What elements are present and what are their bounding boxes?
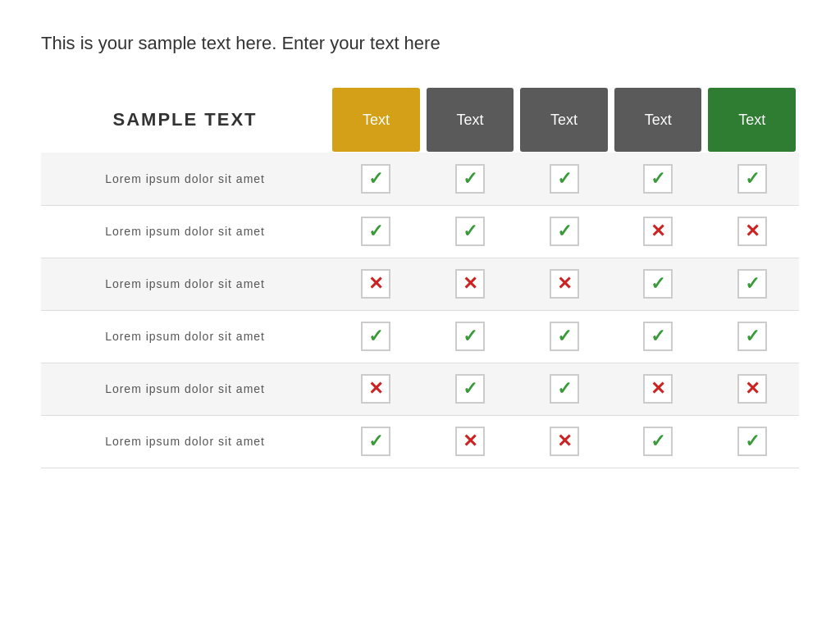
check-icon: ✓ [550, 217, 579, 246]
check-icon: ✓ [361, 164, 390, 194]
check-icon: ✓ [361, 217, 390, 246]
col-header-5: Text [705, 87, 799, 153]
comparison-table: SAMPLE TEXT Text Text Text Text [41, 87, 799, 468]
check-icon: ✓ [737, 322, 767, 351]
cell-r2-c4: ✓ [705, 258, 799, 310]
col-header-box-3: Text [520, 88, 608, 152]
table-body: Lorem ipsum dolor sit amet✓✓✓✓✓Lorem ips… [41, 153, 799, 468]
check-icon: ✓ [643, 322, 673, 351]
check-icon: ✓ [455, 164, 485, 194]
cross-icon: ✕ [361, 269, 390, 299]
check-icon: ✓ [643, 269, 673, 299]
check-icon: ✓ [361, 322, 390, 351]
col-header-2: Text [423, 87, 518, 153]
cross-icon: ✕ [737, 217, 767, 246]
sample-text-title: SAMPLE TEXT [113, 109, 258, 130]
table-header-row: SAMPLE TEXT Text Text Text Text [41, 87, 799, 153]
cell-r2-c0: ✕ [329, 258, 423, 310]
cross-icon: ✕ [455, 427, 485, 456]
check-icon: ✓ [361, 427, 390, 456]
row-label-5: Lorem ipsum dolor sit amet [41, 415, 329, 468]
cell-r2-c2: ✕ [517, 258, 611, 310]
cross-icon: ✕ [643, 374, 673, 404]
row-label-3: Lorem ipsum dolor sit amet [41, 310, 329, 363]
check-icon: ✓ [643, 164, 673, 194]
cell-r5-c0: ✓ [329, 415, 423, 468]
check-icon: ✓ [737, 164, 767, 194]
headline: This is your sample text here. Enter you… [41, 33, 799, 54]
cross-icon: ✕ [550, 269, 579, 299]
cell-r4-c4: ✕ [705, 363, 799, 415]
check-icon: ✓ [455, 374, 485, 404]
cell-r0-c3: ✓ [611, 153, 705, 205]
col-header-box-2: Text [427, 88, 514, 152]
cell-r4-c0: ✕ [329, 363, 423, 415]
check-icon: ✓ [737, 269, 767, 299]
row-label-4: Lorem ipsum dolor sit amet [41, 363, 329, 415]
table-row: Lorem ipsum dolor sit amet✕✓✓✕✕ [41, 363, 799, 415]
table-header-label: SAMPLE TEXT [41, 87, 329, 153]
cell-r1-c0: ✓ [329, 205, 423, 258]
row-label-1: Lorem ipsum dolor sit amet [41, 205, 329, 258]
cross-icon: ✕ [361, 374, 390, 404]
col-header-3: Text [517, 87, 611, 153]
cell-r3-c0: ✓ [329, 310, 423, 363]
cross-icon: ✕ [737, 374, 767, 404]
cell-r1-c1: ✓ [423, 205, 518, 258]
cell-r4-c1: ✓ [423, 363, 518, 415]
cell-r1-c3: ✕ [611, 205, 705, 258]
cell-r5-c1: ✕ [423, 415, 518, 468]
table-row: Lorem ipsum dolor sit amet✓✓✓✓✓ [41, 153, 799, 205]
check-icon: ✓ [737, 427, 767, 456]
check-icon: ✓ [643, 427, 673, 456]
col-header-4: Text [611, 87, 705, 153]
cell-r2-c3: ✓ [611, 258, 705, 310]
row-label-0: Lorem ipsum dolor sit amet [41, 153, 329, 205]
table-row: Lorem ipsum dolor sit amet✓✕✕✓✓ [41, 415, 799, 468]
cell-r1-c2: ✓ [517, 205, 611, 258]
row-label-2: Lorem ipsum dolor sit amet [41, 258, 329, 310]
cell-r5-c3: ✓ [611, 415, 705, 468]
check-icon: ✓ [455, 322, 485, 351]
col-header-box-5: Text [708, 88, 796, 152]
cell-r3-c1: ✓ [423, 310, 518, 363]
cell-r5-c4: ✓ [705, 415, 799, 468]
cross-icon: ✕ [550, 427, 579, 456]
cell-r5-c2: ✕ [517, 415, 611, 468]
col-header-1: Text [329, 87, 423, 153]
cell-r2-c1: ✕ [423, 258, 518, 310]
cell-r4-c2: ✓ [517, 363, 611, 415]
cell-r3-c4: ✓ [705, 310, 799, 363]
col-header-box-4: Text [614, 88, 702, 152]
cell-r3-c2: ✓ [517, 310, 611, 363]
cross-icon: ✕ [643, 217, 673, 246]
cell-r3-c3: ✓ [611, 310, 705, 363]
cell-r4-c3: ✕ [611, 363, 705, 415]
table-row: Lorem ipsum dolor sit amet✓✓✓✕✕ [41, 205, 799, 258]
cell-r0-c0: ✓ [329, 153, 423, 205]
check-icon: ✓ [550, 374, 579, 404]
cell-r0-c1: ✓ [423, 153, 518, 205]
check-icon: ✓ [550, 322, 579, 351]
cell-r1-c4: ✕ [705, 205, 799, 258]
cell-r0-c4: ✓ [705, 153, 799, 205]
cross-icon: ✕ [455, 269, 485, 299]
check-icon: ✓ [550, 164, 579, 194]
check-icon: ✓ [455, 217, 485, 246]
cell-r0-c2: ✓ [517, 153, 611, 205]
table-row: Lorem ipsum dolor sit amet✓✓✓✓✓ [41, 310, 799, 363]
table-row: Lorem ipsum dolor sit amet✕✕✕✓✓ [41, 258, 799, 310]
col-header-box-1: Text [332, 88, 420, 152]
